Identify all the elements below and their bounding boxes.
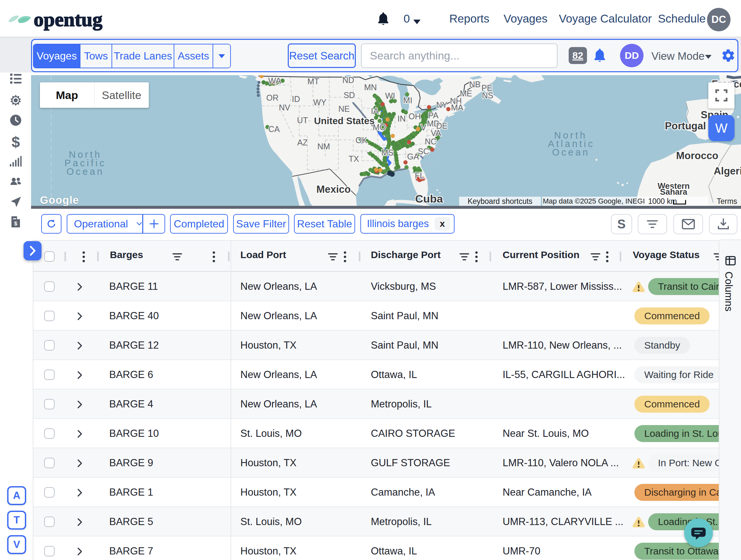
svg-text:Ocean: Ocean: [66, 166, 104, 177]
svg-text:IN: IN: [398, 114, 406, 123]
svg-text:AZ: AZ: [297, 138, 308, 147]
svg-text:UT: UT: [297, 116, 308, 125]
svg-text:OR: OR: [266, 93, 279, 102]
svg-text:OK: OK: [355, 136, 367, 145]
svg-text:OH: OH: [408, 112, 421, 121]
svg-text:MI: MI: [403, 96, 412, 105]
svg-text:Morocco: Morocco: [676, 150, 718, 161]
svg-text:NC: NC: [425, 137, 436, 146]
svg-text:SD: SD: [344, 90, 355, 100]
svg-text:Portugal: Portugal: [665, 120, 706, 132]
svg-text:Sahara: Sahara: [660, 187, 687, 196]
svg-text:Ocean: Ocean: [552, 147, 590, 157]
svg-text:United States: United States: [314, 116, 375, 126]
svg-text:MA: MA: [451, 103, 463, 112]
svg-text:NB: NB: [469, 80, 481, 89]
svg-text:MN: MN: [364, 83, 377, 92]
svg-text:Cuba: Cuba: [415, 192, 444, 205]
svg-text:$: $: [14, 221, 17, 227]
svg-text:ME: ME: [460, 89, 472, 98]
svg-text:GA: GA: [407, 152, 419, 161]
svg-text:Algeria: Algeria: [714, 165, 741, 177]
svg-text:CA: CA: [268, 125, 280, 134]
svg-text:WA: WA: [268, 76, 281, 85]
svg-text:MS: MS: [381, 148, 394, 157]
svg-text:IA: IA: [371, 106, 379, 116]
svg-text:NE: NE: [338, 104, 350, 113]
svg-text:WI: WI: [385, 91, 395, 100]
svg-text:ID: ID: [292, 94, 300, 103]
svg-text:FL: FL: [415, 171, 424, 180]
svg-text:MT: MT: [308, 77, 319, 86]
svg-text:MO: MO: [373, 123, 386, 132]
svg-text:SC: SC: [418, 147, 429, 156]
svg-text:ND: ND: [342, 75, 354, 85]
svg-text:NM: NM: [318, 142, 330, 151]
svg-text:PA: PA: [428, 111, 439, 120]
svg-text:V: V: [421, 123, 426, 132]
svg-text:NV: NV: [279, 103, 290, 112]
svg-text:Mexico: Mexico: [316, 184, 350, 195]
svg-text:NY: NY: [436, 100, 448, 109]
svg-text:WY: WY: [313, 98, 327, 107]
svg-text:NS: NS: [482, 91, 493, 100]
svg-text:TX: TX: [349, 154, 359, 163]
svg-text:VA: VA: [431, 129, 441, 138]
